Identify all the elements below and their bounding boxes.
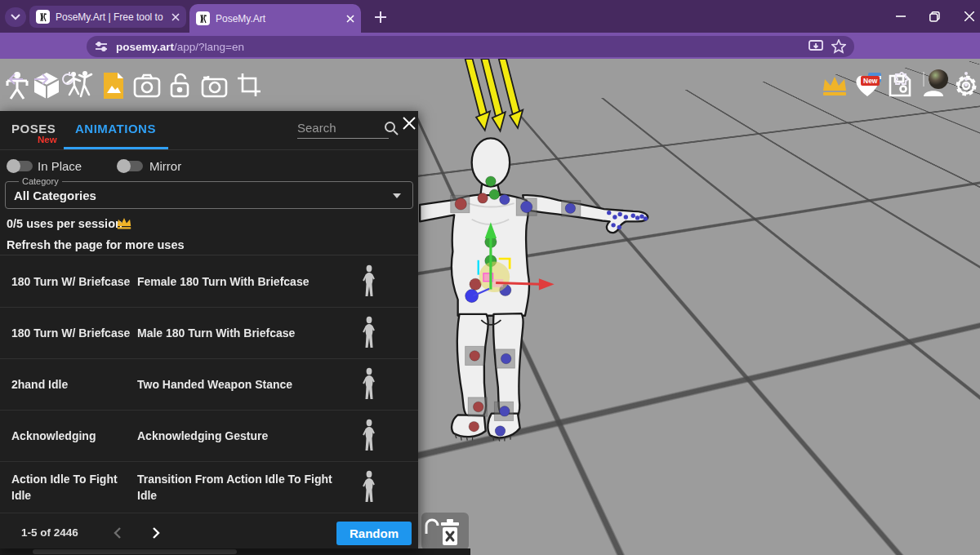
url-bar[interactable]: posemy.art/app/?lang=en — [87, 36, 854, 57]
animation-thumbnail — [348, 264, 390, 299]
extension-new-badge: New — [861, 76, 880, 86]
browser-tab-1[interactable]: PoseMy.Art | Free tool to create — [29, 6, 186, 28]
delete-model-icon — [441, 519, 459, 545]
category-legend: Category — [19, 176, 62, 186]
mirror-toggle[interactable] — [118, 161, 143, 171]
favicon — [36, 10, 50, 24]
add-camera-tool-icon[interactable] — [198, 70, 229, 101]
animation-thumbnail — [348, 316, 390, 350]
animation-name: Acknowledging — [0, 428, 131, 444]
active-tab-underline — [64, 147, 168, 149]
toggles-row: In Place Mirror — [0, 153, 418, 181]
minimize-window-icon[interactable] — [889, 5, 913, 28]
camera-tool-icon[interactable] — [131, 70, 163, 101]
crown-icon — [116, 216, 132, 230]
tab-animations[interactable]: ANIMATIONS — [75, 122, 156, 135]
unlock-tool-icon[interactable] — [165, 70, 196, 101]
search-icon[interactable] — [384, 121, 399, 135]
tab-title: PoseMy.Art | Free tool to create — [56, 11, 166, 23]
browser-menu-icon[interactable] — [956, 69, 977, 90]
close-tab-icon[interactable] — [172, 13, 180, 21]
animation-name: 2hand Idle — [0, 376, 131, 393]
animation-thumbnail — [348, 367, 390, 402]
poses-new-badge: New — [38, 135, 57, 144]
unlock-icon — [426, 520, 438, 534]
previous-page-icon[interactable] — [110, 525, 127, 541]
category-dropdown[interactable]: Category All Categories — [5, 181, 413, 209]
site-info-icon[interactable] — [95, 41, 108, 52]
usage-hint: Refresh the page for more uses — [7, 238, 185, 251]
list-item[interactable]: Action Idle To Fight Idle Transition Fro… — [0, 462, 418, 513]
animation-description: Male 180 Turn With Briefcase — [131, 325, 348, 341]
animation-list: 180 Turn W/ Briefcase Female 180 Turn Wi… — [0, 256, 418, 513]
premium-crown-icon[interactable] — [819, 70, 850, 101]
reload-icon[interactable] — [57, 69, 78, 90]
close-window-icon[interactable] — [957, 5, 980, 28]
favicon — [196, 11, 210, 25]
horizontal-scrollbar[interactable] — [33, 549, 237, 554]
close-tab-icon[interactable] — [346, 15, 354, 23]
in-place-label: In Place — [38, 159, 82, 173]
image-export-tool-icon[interactable] — [98, 70, 129, 101]
extensions-puzzle-icon[interactable] — [890, 69, 911, 90]
pagination-footer: 1-5 of 2446 Random — [0, 518, 418, 548]
list-item[interactable]: 2hand Idle Two Handed Weapon Stance — [0, 359, 418, 411]
tab-title: PoseMy.Art — [216, 13, 341, 24]
tab-poses[interactable]: POSES — [11, 122, 56, 135]
animations-panel: POSES New ANIMATIONS In Place Mirror Cat… — [0, 111, 418, 548]
animation-description: Transition From Action Idle To Fight Idl… — [131, 471, 348, 504]
animation-name: 180 Turn W/ Briefcase — [0, 325, 131, 341]
next-page-icon[interactable] — [147, 525, 163, 541]
list-item[interactable]: 180 Turn W/ Briefcase Female 180 Turn Wi… — [0, 256, 418, 308]
page-range: 1-5 of 2446 — [21, 526, 78, 539]
url-text: posemy.art/app/?lang=en — [116, 39, 244, 54]
list-item[interactable]: 180 Turn W/ Briefcase Male 180 Turn With… — [0, 308, 418, 359]
new-tab-icon[interactable] — [371, 7, 390, 27]
animation-description: Female 180 Turn With Briefcase — [131, 273, 348, 290]
mirror-label: Mirror — [149, 159, 181, 173]
scene-mini-toolbar[interactable] — [421, 513, 469, 550]
panel-header: POSES New ANIMATIONS — [0, 111, 418, 150]
tab-search-button[interactable] — [5, 7, 26, 27]
extension-new-icon[interactable]: New — [864, 67, 885, 88]
restore-window-icon[interactable] — [922, 5, 947, 28]
animation-description: Acknowledging Gesture — [131, 428, 348, 444]
bookmark-star-icon[interactable] — [831, 39, 846, 54]
animation-name: 180 Turn W/ Briefcase — [0, 273, 131, 290]
animation-thumbnail — [348, 419, 390, 453]
chevron-down-icon — [393, 193, 401, 198]
forward-icon[interactable] — [31, 69, 52, 90]
list-item[interactable]: Acknowledging Acknowledging Gesture — [0, 411, 418, 462]
usage-section: 0/5 uses per session Refresh the page fo… — [0, 211, 418, 255]
search-input[interactable] — [297, 119, 389, 139]
light-arrows-icon[interactable] — [466, 59, 523, 131]
animation-thumbnail — [348, 470, 390, 504]
browser-tab-2-active[interactable]: PoseMy.Art — [189, 4, 361, 33]
mannequin-model[interactable] — [420, 138, 648, 441]
crop-tool-icon[interactable] — [234, 70, 265, 101]
install-app-icon[interactable] — [808, 40, 823, 53]
animation-name: Action Idle To Fight Idle — [0, 471, 131, 504]
browser-navbar: posemy.art/app/?lang=en New — [0, 33, 980, 59]
close-panel-icon[interactable] — [402, 116, 416, 131]
profile-avatar[interactable] — [928, 69, 949, 90]
back-icon[interactable] — [5, 69, 26, 90]
random-button[interactable]: Random — [336, 522, 412, 545]
animation-description: Two Handed Weapon Stance — [131, 376, 348, 393]
browser-titlebar: PoseMy.Art | Free tool to create PoseMy.… — [0, 0, 980, 33]
usage-counter: 0/5 uses per session — [7, 217, 122, 230]
in-place-toggle[interactable] — [8, 161, 33, 171]
category-value: All Categories — [14, 189, 96, 202]
